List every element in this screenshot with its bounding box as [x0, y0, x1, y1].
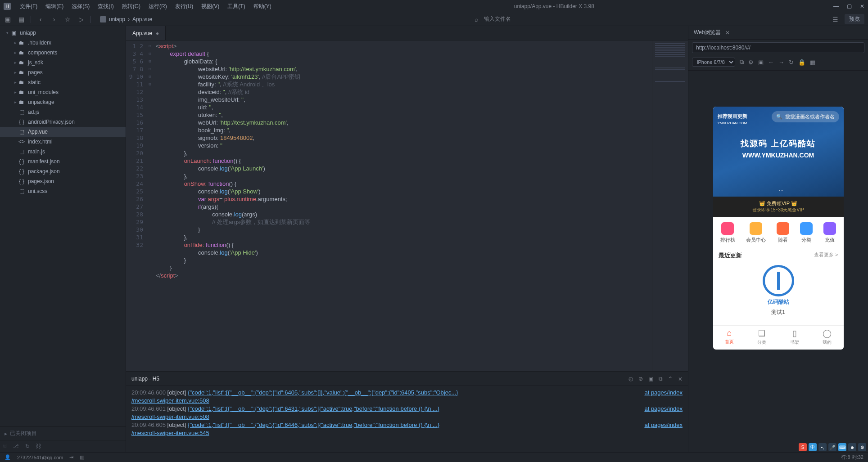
filter-icon[interactable]: ☰	[831, 15, 839, 23]
open-icon[interactable]: ▤	[17, 15, 25, 23]
menu-help[interactable]: 帮助(Y)	[250, 1, 275, 12]
tab-category[interactable]: ❑分类	[746, 326, 778, 350]
console-output[interactable]: 20:09:46.600 [object] {"code":1,"list":[…	[126, 386, 688, 452]
nav-cell-rank[interactable]: 排行榜	[720, 222, 735, 243]
menu-publish[interactable]: 发行(U)	[172, 1, 197, 12]
terminal-icon[interactable]: ⌑	[4, 443, 6, 449]
console-clear-icon[interactable]: ⊘	[638, 376, 643, 382]
menu-view[interactable]: 视图(V)	[198, 1, 223, 12]
phone-search-input[interactable]: 🔍搜搜漫画名或者作者名	[772, 111, 839, 122]
tree-folder[interactable]: ▸🖿components	[0, 48, 126, 58]
phone-preview[interactable]: 推荐漫画更新YMKUZHAN.COM 🔍搜搜漫画名或者作者名 找源码 上亿码酷站…	[713, 107, 844, 350]
menu-run[interactable]: 运行(R)	[145, 1, 171, 12]
tree-folder[interactable]: ▸🖿.hbuilderx	[0, 38, 126, 48]
console-link[interactable]: {"code":1,"list":[{"__ob__":{"dep":{"id"…	[188, 422, 439, 428]
indent-icon[interactable]: ⇥	[69, 454, 73, 460]
code-editor[interactable]: 1 2 3 4 5 6 7 8 9 10 11 12 13 14 15 16 1…	[126, 40, 688, 371]
editor-tab[interactable]: App.vue ●	[126, 26, 166, 40]
console-clock-icon[interactable]: ◴	[628, 376, 633, 382]
tab-close-icon[interactable]: ●	[156, 30, 159, 36]
refresh-icon[interactable]: ↻	[789, 59, 794, 66]
console-link[interactable]: {"code":1,"list":[{"__ob__":{"dep":{"id"…	[188, 389, 458, 396]
layout-icon[interactable]: ▥	[80, 454, 84, 460]
tray-icon[interactable]: S	[799, 443, 807, 451]
browser-tab-label[interactable]: Web浏览器	[694, 29, 721, 36]
tray-mic-icon[interactable]: 🎤	[828, 443, 836, 451]
code-content[interactable]: <script> export default { globalData: { …	[153, 40, 652, 371]
fold-gutter[interactable]: ⊟ ⊟ ⊟ ⊟ ⊟ ⊟	[147, 40, 153, 371]
nav-cell-category[interactable]: 分类	[800, 222, 813, 243]
cursor-position[interactable]: 行:8 列:32	[841, 454, 863, 461]
new-window-icon[interactable]: ⧉	[740, 58, 744, 66]
console-link[interactable]: {"code":1,"list":[{"__ob__":{"dep":{"id"…	[188, 405, 439, 412]
section-more-link[interactable]: 查看更多 >	[814, 251, 838, 260]
minimize-icon[interactable]: —	[833, 3, 839, 9]
tree-file[interactable]: { }package.json	[0, 166, 126, 176]
search-input-placeholder[interactable]: 输入文件名	[484, 15, 511, 23]
tree-file[interactable]: ⬚main.js	[0, 147, 126, 157]
console-tab[interactable]: uniapp - H5	[131, 376, 159, 382]
content-item[interactable]: 亿码酷站 测试1	[713, 262, 844, 325]
menu-tools[interactable]: 工具(T)	[224, 1, 249, 12]
forward-icon[interactable]: ›	[50, 15, 58, 23]
tree-file[interactable]: { }pages.json	[0, 176, 126, 186]
file-search-icon[interactable]: ⌕	[472, 15, 480, 23]
tree-folder[interactable]: ▸🖿pages	[0, 67, 126, 77]
tray-punct-icon[interactable]: •,	[818, 443, 827, 451]
tray-emoji-icon[interactable]: ☻	[848, 443, 856, 451]
breadcrumb-project[interactable]: uniapp	[109, 16, 125, 22]
tree-folder[interactable]: ▸🖿js_sdk	[0, 58, 126, 67]
console-file-link[interactable]: /mescroll-swiper-item.vue:508	[131, 397, 209, 404]
status-email[interactable]: 273227541@qq.com	[17, 455, 63, 460]
tray-ime-icon[interactable]: 中	[809, 443, 817, 451]
carousel-dots[interactable]: — • •	[713, 188, 844, 193]
maximize-icon[interactable]: ▢	[847, 3, 852, 9]
lock-icon[interactable]: 🔒	[798, 59, 805, 66]
sync-icon[interactable]: ↻	[25, 443, 30, 449]
device-select[interactable]: iPhone 6/7/8	[692, 58, 735, 67]
browser-tab-close-icon[interactable]: ✕	[725, 30, 730, 36]
console-popout-icon[interactable]: ⧉	[659, 376, 663, 382]
save-icon[interactable]: ▣	[4, 15, 12, 23]
git-icon[interactable]: ⎇	[13, 443, 19, 449]
browser-forward-icon[interactable]: →	[778, 59, 784, 66]
vip-banner[interactable]: 👑 免费领VIP 👑登录即享15~30天黑金VIP	[713, 197, 844, 217]
tree-file[interactable]: ⬚uni.scss	[0, 186, 126, 196]
browser-back-icon[interactable]: ←	[768, 59, 774, 66]
user-icon[interactable]: 👤	[5, 454, 11, 460]
preview-button[interactable]: 预览	[845, 14, 864, 24]
devtools-icon[interactable]: ⚙	[748, 59, 754, 66]
tree-file[interactable]: <>index.html	[0, 137, 126, 147]
menu-edit[interactable]: 编辑(E)	[42, 1, 67, 12]
tab-shelf[interactable]: ▯书架	[778, 326, 811, 350]
tab-home[interactable]: ⌂首页	[713, 326, 746, 350]
menu-file[interactable]: 文件(F)	[16, 1, 41, 12]
tab-mine[interactable]: ◯我的	[811, 326, 844, 350]
console-source-link[interactable]: at pages/index	[644, 421, 683, 429]
nav-cell-random[interactable]: 随看	[777, 222, 789, 243]
tree-folder[interactable]: ▸🖿static	[0, 77, 126, 87]
console-stop-icon[interactable]: ▣	[648, 376, 653, 382]
star-icon[interactable]: ☆	[63, 15, 72, 23]
tree-folder[interactable]: ▸🖿uni_modules	[0, 87, 126, 97]
tray-keyboard-icon[interactable]: ⌨	[838, 443, 846, 451]
nav-cell-recharge[interactable]: 充值	[823, 222, 836, 243]
tray-settings-icon[interactable]: ⚙	[858, 443, 866, 451]
tree-file-active[interactable]: ⬚App.vue	[0, 127, 126, 137]
nav-cell-vip[interactable]: 会员中心	[746, 222, 766, 243]
console-file-link[interactable]: /mescroll-swiper-item.vue:545	[131, 430, 209, 436]
menu-select[interactable]: 选择(S)	[68, 1, 93, 12]
console-source-link[interactable]: at pages/index	[644, 405, 683, 413]
link-icon[interactable]: ⛓	[36, 443, 41, 449]
breadcrumb-file[interactable]: App.vue	[132, 16, 152, 22]
run-icon[interactable]: ▷	[77, 15, 85, 23]
back-icon[interactable]: ‹	[36, 15, 45, 23]
url-input[interactable]	[692, 42, 864, 53]
menu-goto[interactable]: 跳转(G)	[118, 1, 144, 12]
tree-file[interactable]: { }androidPrivacy.json	[0, 117, 126, 127]
close-icon[interactable]: ✕	[860, 3, 864, 9]
tree-file[interactable]: ⬚ad.js	[0, 107, 126, 117]
tree-folder[interactable]: ▸🖿unpackage	[0, 97, 126, 107]
console-source-link[interactable]: at pages/index	[644, 389, 683, 397]
screenshot-icon[interactable]: ▣	[758, 59, 764, 66]
